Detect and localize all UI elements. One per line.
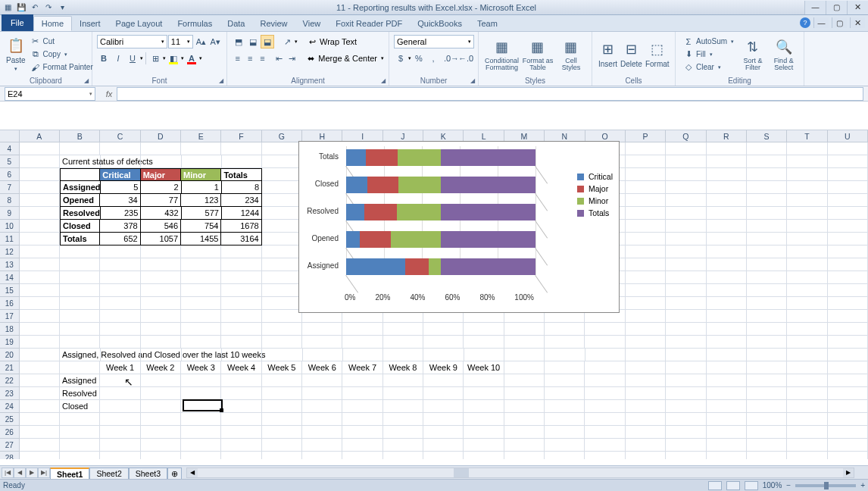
cell[interactable] [100,336,140,349]
cell[interactable] [666,246,706,258]
cell[interactable] [626,361,666,374]
cell[interactable] [828,361,868,374]
cell[interactable] [666,374,706,387]
cell[interactable] [545,413,585,426]
cell[interactable] [626,426,666,439]
cell[interactable] [20,361,60,374]
cell[interactable] [60,310,100,323]
cell[interactable] [626,271,666,284]
cell[interactable] [141,452,181,459]
cell[interactable] [666,155,706,168]
cell[interactable] [545,426,585,439]
column-header[interactable]: P [626,130,666,142]
cell[interactable] [60,168,100,181]
cell[interactable]: Resolved [60,387,100,400]
cell[interactable] [20,336,60,349]
cell[interactable] [747,374,787,387]
cell[interactable] [262,426,302,439]
row-header[interactable]: 22 [0,374,20,387]
cell[interactable] [262,155,302,168]
cell[interactable] [707,336,747,349]
cell[interactable] [221,426,261,439]
cell[interactable] [787,336,827,349]
cell[interactable] [747,349,787,361]
cell[interactable] [141,155,181,168]
cell[interactable] [666,323,706,336]
cell[interactable] [342,400,382,413]
cell[interactable] [383,336,423,349]
cell[interactable] [626,155,666,168]
cell[interactable] [828,155,868,168]
cell[interactable] [181,310,221,323]
cell[interactable] [182,349,222,361]
cell[interactable] [60,439,100,452]
cell[interactable] [747,258,787,271]
row-header[interactable]: 16 [0,297,20,310]
row-header[interactable]: 4 [0,142,20,155]
cell[interactable] [707,142,747,155]
cell[interactable] [100,142,140,155]
shrink-font-button[interactable]: A▾ [208,35,222,48]
cell[interactable] [342,452,382,459]
column-header[interactable]: L [464,130,504,142]
column-header[interactable]: T [787,130,827,142]
cell[interactable]: Week 8 [383,361,423,374]
cell[interactable] [504,439,545,452]
cell[interactable]: Minor [181,168,221,181]
comma-format-button[interactable]: , [426,52,440,65]
format-painter-button[interactable]: 🖌Format Painter [29,61,95,73]
row-header[interactable]: 18 [0,323,20,336]
cell[interactable]: Assigned [60,181,101,194]
cell[interactable] [221,452,261,459]
cell[interactable]: Week 7 [342,361,382,374]
cell[interactable] [464,336,504,349]
cell[interactable] [787,168,827,181]
zoom-level[interactable]: 100% [763,481,782,489]
cell[interactable] [423,400,464,413]
cell[interactable] [707,284,747,297]
sheet-tab-3[interactable]: Sheet3 [129,468,167,479]
cell[interactable]: 123 [181,194,221,207]
cell[interactable] [666,413,706,426]
cell[interactable]: Week 6 [302,361,342,374]
cell[interactable] [181,426,221,439]
cell[interactable] [100,439,140,452]
cell[interactable] [787,400,827,413]
cell[interactable] [20,220,60,233]
cell[interactable] [262,374,302,387]
delete-cells-button[interactable]: ⊟Delete [619,33,644,75]
workbook-minimize-button[interactable]: — [813,17,829,28]
row-header[interactable]: 24 [0,400,20,413]
cell[interactable] [828,271,868,284]
cell[interactable] [545,336,585,349]
cell[interactable] [100,426,140,439]
cell[interactable] [342,387,382,400]
cell[interactable] [626,181,666,194]
cell[interactable] [302,336,342,349]
cell[interactable] [262,310,302,323]
app-close-button[interactable]: ✕ [847,1,868,14]
cell[interactable] [20,258,60,271]
cell[interactable] [302,374,342,387]
cell[interactable] [221,246,261,258]
row-header[interactable]: 26 [0,426,20,439]
cell[interactable] [787,426,827,439]
cell[interactable] [787,220,827,233]
cell[interactable] [504,452,545,459]
alignment-dialog-launcher[interactable]: ◢ [379,77,387,84]
cell[interactable] [342,336,382,349]
cell[interactable] [141,439,181,452]
cell[interactable] [342,374,382,387]
cell[interactable] [20,142,60,155]
tab-view[interactable]: View [295,16,329,31]
cell[interactable] [262,387,302,400]
cell[interactable]: Current status of defects [60,155,101,168]
cell[interactable] [747,310,787,323]
cell[interactable]: Week 1 [100,361,140,374]
column-header[interactable]: N [545,130,585,142]
column-header[interactable]: C [100,130,140,142]
cell[interactable] [100,284,140,297]
row-header[interactable]: 8 [0,194,20,207]
cell[interactable] [20,452,60,459]
cell[interactable] [141,310,181,323]
